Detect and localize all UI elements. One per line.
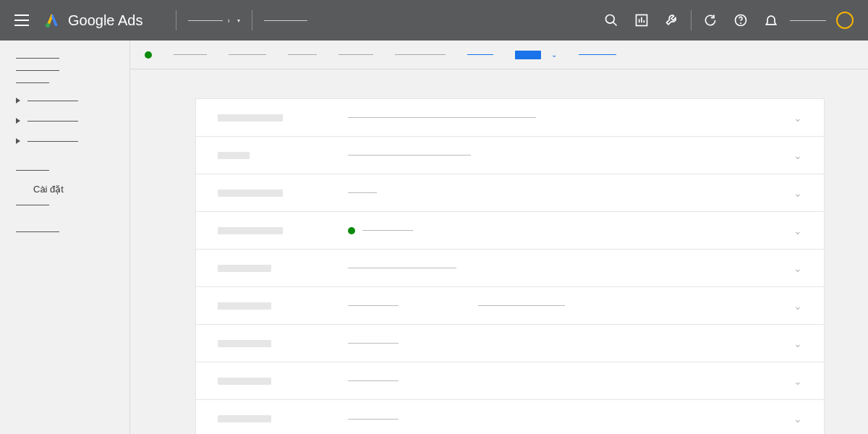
row-value [348,305,399,306]
row-label [218,152,250,159]
sidebar-item[interactable] [0,166,129,178]
settings-row[interactable]: ⌄ [196,174,824,212]
tools-icon[interactable] [665,13,679,27]
settings-row[interactable]: ⌄ [196,400,824,434]
sidebar-expandable[interactable] [0,111,129,131]
tab[interactable] [229,54,266,55]
settings-row[interactable]: ⌄ [196,325,824,362]
notifications-icon[interactable] [764,13,778,27]
tab[interactable] [467,54,493,55]
row-label [218,415,271,422]
chevron-down-icon: ⌄ [793,112,802,124]
row-label [218,190,283,197]
svg-point-8 [740,23,741,24]
row-label [218,378,271,385]
svg-line-2 [613,22,617,26]
top-bar: Google Ads › ▾ [0,0,868,41]
sidebar-item[interactable] [0,227,129,239]
svg-point-1 [606,15,615,24]
chevron-down-icon: ⌄ [793,375,802,387]
chevron-down-icon: ⌄ [793,338,802,349]
row-value [348,117,536,118]
sidebar: Cài đặt [0,41,130,434]
separator [176,10,176,30]
row-value [348,419,399,420]
avatar[interactable] [836,12,854,29]
status-dot-enabled [145,51,152,59]
row-value [348,380,399,381]
chevron-down-icon: ⌄ [793,187,802,199]
sidebar-item[interactable] [0,66,129,78]
row-value [362,230,413,231]
tab[interactable] [339,54,373,55]
toolbar-icons [604,13,679,27]
product-name: Google Ads [68,12,142,29]
chevron-down-icon: ⌄ [793,225,802,237]
row-value [348,268,456,268]
chevron-right-icon [16,138,20,144]
menu-icon[interactable] [14,14,29,26]
svg-point-0 [46,23,50,27]
reports-icon[interactable] [634,13,649,27]
chevron-down-icon: ⌄ [793,413,802,425]
row-label [218,340,271,347]
ads-logo-icon [43,12,61,29]
tab[interactable] [174,54,207,55]
help-icon[interactable] [733,13,748,27]
row-value [348,343,399,344]
settings-row[interactable]: ⌄ [196,250,824,287]
sidebar-item[interactable] [0,54,129,66]
chevron-down-icon[interactable]: ⌄ [551,51,557,59]
breadcrumb-account[interactable]: › ▾ [188,17,239,25]
sidebar-expandable[interactable] [0,131,129,151]
status-dot-enabled [348,227,355,234]
product-logo[interactable]: Google Ads [43,12,142,29]
settings-row[interactable]: ⌄ [196,99,824,137]
sidebar-expandable[interactable] [0,90,129,111]
row-label [218,302,271,310]
toolbar-icons-2 [703,13,778,27]
settings-row[interactable]: ⌄ [196,287,824,325]
account-name[interactable] [790,20,826,21]
separator [691,10,692,30]
chevron-right-icon: › [227,17,229,25]
link[interactable] [579,54,616,55]
tab[interactable] [395,54,446,55]
tab-strip: ⌄ [130,41,868,69]
settings-row[interactable]: ⌄ [196,212,824,250]
row-label [218,265,271,272]
sidebar-item[interactable] [0,78,129,90]
chevron-right-icon [16,118,20,124]
chevron-right-icon [16,98,20,103]
refresh-icon[interactable] [703,13,718,27]
settings-panel: ⌄⌄⌄⌄⌄⌄⌄⌄⌄ [195,98,825,434]
row-value [348,155,471,156]
tab-active[interactable] [515,51,541,59]
caret-down-icon: ▾ [237,17,240,24]
chevron-down-icon: ⌄ [793,263,802,274]
row-label [218,114,283,122]
chevron-down-icon: ⌄ [793,300,802,312]
sidebar-item[interactable] [0,200,129,213]
breadcrumb-campaign[interactable] [264,20,307,21]
row-value [478,305,565,306]
sidebar-item-settings[interactable]: Cài đặt [0,178,129,200]
row-value [348,192,377,193]
tab[interactable] [288,54,317,55]
chevron-down-icon: ⌄ [793,150,802,161]
separator [252,10,252,30]
row-label [218,227,283,234]
settings-row[interactable]: ⌄ [196,362,824,400]
search-icon[interactable] [604,13,618,27]
settings-row[interactable]: ⌄ [196,137,824,174]
